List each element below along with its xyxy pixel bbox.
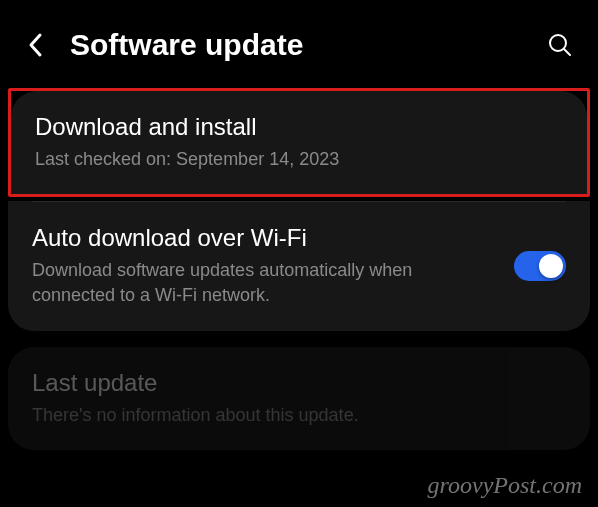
item-subtitle: There's no information about this update… [32, 403, 566, 428]
settings-card-bottom: Auto download over Wi-Fi Download softwa… [8, 201, 590, 330]
list-item-content: Download and install Last checked on: Se… [35, 113, 563, 172]
item-subtitle: Last checked on: September 14, 2023 [35, 147, 563, 172]
back-icon[interactable] [24, 33, 48, 57]
header: Software update [0, 0, 598, 88]
last-update-item[interactable]: Last update There's no information about… [8, 347, 590, 450]
item-title: Auto download over Wi-Fi [32, 224, 498, 252]
download-install-item[interactable]: Download and install Last checked on: Se… [11, 91, 587, 194]
spacer [0, 331, 598, 347]
list-item-content: Last update There's no information about… [32, 369, 566, 428]
item-title: Download and install [35, 113, 563, 141]
auto-download-toggle[interactable] [514, 251, 566, 281]
search-icon[interactable] [546, 31, 574, 59]
last-update-card: Last update There's no information about… [8, 347, 590, 450]
item-subtitle: Download software updates automatically … [32, 258, 498, 308]
settings-card-top: Download and install Last checked on: Se… [11, 91, 587, 194]
watermark: groovyPost.com [428, 472, 582, 499]
item-title: Last update [32, 369, 566, 397]
list-item-content: Auto download over Wi-Fi Download softwa… [32, 224, 498, 308]
page-title: Software update [70, 28, 524, 62]
highlight-annotation: Download and install Last checked on: Se… [8, 88, 590, 197]
auto-download-item[interactable]: Auto download over Wi-Fi Download softwa… [8, 202, 590, 330]
svg-line-1 [564, 49, 570, 55]
